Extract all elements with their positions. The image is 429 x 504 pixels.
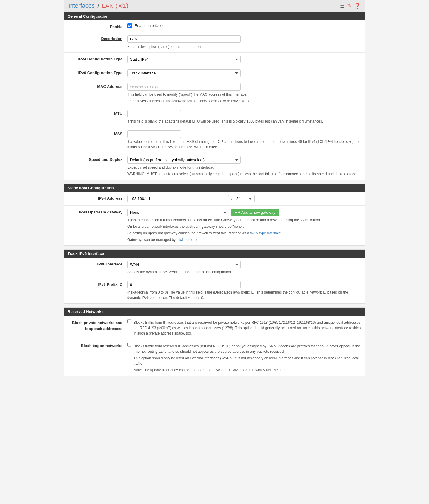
gateway-help2: On local area network interfaces the ups… (127, 224, 361, 229)
description-help: Enter a description (name) for the inter… (127, 44, 361, 49)
plus-icon: + (235, 210, 237, 215)
ipv4-config-type-row: IPv4 Configuration Type Static IPv4 None… (64, 53, 365, 66)
speed-duplex-content: Default (no preference, typically autose… (127, 156, 361, 177)
upstream-gateway-label: IPv4 Upstream gateway (68, 209, 127, 214)
speed-duplex-help2: WARNING: MUST be set to autoselect (auto… (127, 171, 361, 177)
mss-row: MSS If a value is entered in this field,… (64, 127, 365, 153)
mac-address-label: MAC Address (68, 83, 127, 89)
cidr-select[interactable]: 24 1234 5678 1632 (234, 195, 255, 202)
ipv4-address-input[interactable] (127, 195, 229, 202)
mtu-help: If this field is blank, the adapter's de… (127, 119, 361, 124)
ipv6-interface-content: WAN Selects the dynamic IPv6 WAN interfa… (127, 261, 361, 275)
ipv6-interface-select[interactable]: WAN (127, 261, 241, 268)
ipv6-config-type-row: IPv6 Configuration Type Track Interface … (64, 66, 365, 80)
mac-address-row: MAC Address This field can be used to mo… (64, 80, 365, 107)
cidr-slash: / (231, 196, 232, 201)
enable-content: Enable interface (127, 23, 361, 28)
interface-name: LAN (ixl1) (102, 2, 128, 9)
ipv6-prefix-id-input[interactable] (127, 281, 241, 288)
gateway-help4: Gateways can be managed by clicking here… (127, 237, 361, 242)
ipv6-config-type-label: IPv6 Configuration Type (68, 69, 127, 75)
gateway-help1: If this interface is an Internet connect… (127, 217, 361, 223)
mac-address-content: This field can be used to modify ("spoof… (127, 83, 361, 104)
block-private-label: Block private networks and loopback addr… (68, 319, 127, 332)
page-title: Interfaces / LAN (ixl1) (68, 2, 128, 9)
ipv6-prefix-id-row: IPv6 Prefix ID (hexadecimal from 0 to 0)… (64, 278, 365, 303)
breadcrumb-separator: / (97, 2, 99, 9)
speed-duplex-select[interactable]: Default (no preference, typically autose… (127, 156, 241, 164)
block-private-help: Blocks traffic from IP addresses that ar… (134, 320, 361, 336)
ipv4-config-type-content: Static IPv4 None DHCP PPPoE (127, 56, 361, 63)
ipv6-interface-label: IPv6 Interface (68, 261, 127, 266)
enable-label: Enable (68, 23, 127, 29)
header-icons: ☰ ✎ ❓ (340, 3, 361, 9)
breadcrumb-interfaces[interactable]: Interfaces (68, 2, 95, 9)
enable-checkbox-label: Enable interface (134, 23, 163, 28)
description-row: Description Enter a description (name) f… (64, 32, 365, 53)
track-ipv6-header: Track IPv6 Interface (64, 250, 365, 258)
ipv6-config-type-content: Track Interface None Static IPv6 DHCP6 6… (127, 69, 361, 77)
mtu-input[interactable] (127, 110, 181, 117)
block-bogon-help1: Blocks traffic from reserved IP addresse… (134, 343, 361, 354)
reserved-networks-header: Reserved Networks (64, 308, 365, 316)
wan-type-link[interactable]: WAN type interface (250, 231, 281, 235)
block-bogon-row: Block bogon networks Blocks traffic from… (64, 339, 365, 376)
block-private-row: Block private networks and loopback addr… (64, 316, 365, 339)
mss-input[interactable] (127, 130, 181, 138)
mss-label: MSS (68, 130, 127, 136)
description-label: Description (68, 35, 127, 41)
reserved-networks-section: Reserved Networks Block private networks… (64, 307, 365, 376)
mtu-row: MTU If this field is blank, the adapter'… (64, 107, 365, 127)
add-gateway-button[interactable]: + + Add a new gateway (231, 209, 279, 216)
list-icon[interactable]: ☰ (340, 3, 345, 9)
static-ipv4-section: Static IPv4 Configuration IPv4 Address /… (64, 184, 365, 246)
mac-address-input[interactable] (127, 83, 241, 91)
general-config-section: General Configuration Enable Enable inte… (64, 12, 365, 180)
speed-duplex-label: Speed and Duplex (68, 156, 127, 162)
gateway-help3: Selecting an upstream gateway causes the… (127, 230, 361, 236)
description-input[interactable] (127, 35, 241, 43)
block-bogon-help2: This option should only be used on exter… (134, 355, 361, 366)
mss-content: If a value is entered in this field, the… (127, 130, 361, 150)
ipv4-address-label: IPv4 Address (68, 195, 127, 201)
description-content: Enter a description (name) for the inter… (127, 35, 361, 49)
upstream-gateway-select[interactable]: None (127, 209, 229, 216)
ipv4-address-content: / 24 1234 5678 1632 (127, 195, 361, 202)
mss-help: If a value is entered in this field, the… (127, 139, 361, 150)
track-ipv6-section: Track IPv6 Interface IPv6 Interface WAN … (64, 249, 365, 304)
top-bar: Interfaces / LAN (ixl1) ☰ ✎ ❓ (64, 0, 365, 12)
ipv6-interface-help: Selects the dynamic IPv6 WAN interface t… (127, 269, 361, 275)
mac-help-1: This field can be used to modify ("spoof… (127, 92, 361, 97)
block-bogon-help3: Note: The update frequency can be change… (134, 367, 361, 373)
mtu-label: MTU (68, 110, 127, 116)
help-icon[interactable]: ❓ (354, 3, 361, 9)
ipv4-config-type-label: IPv4 Configuration Type (68, 56, 127, 61)
general-config-header: General Configuration (64, 12, 365, 20)
block-bogon-checkbox[interactable] (127, 342, 131, 347)
enable-row: Enable Enable interface (64, 20, 365, 32)
ipv6-interface-row: IPv6 Interface WAN Selects the dynamic I… (64, 258, 365, 278)
block-private-checkbox[interactable] (127, 319, 131, 323)
static-ipv4-header: Static IPv4 Configuration (64, 184, 365, 192)
ipv6-prefix-id-content: (hexadecimal from 0 to 0) The value in t… (127, 281, 361, 300)
upstream-gateway-content: None + + Add a new gateway If this inter… (127, 209, 361, 242)
ipv6-prefix-id-help: (hexadecimal from 0 to 0) The value in t… (127, 290, 361, 300)
ipv4-config-type-select[interactable]: Static IPv4 None DHCP PPPoE (127, 56, 241, 63)
ipv6-config-type-select[interactable]: Track Interface None Static IPv6 DHCP6 6… (127, 69, 241, 77)
block-private-content: Blocks traffic from IP addresses that ar… (127, 319, 361, 336)
block-bogon-label: Block bogon networks (68, 342, 127, 348)
ipv4-address-row: IPv4 Address / 24 1234 5678 1632 (64, 192, 365, 206)
speed-duplex-row: Speed and Duplex Default (no preference,… (64, 153, 365, 180)
clicking-here-link[interactable]: clicking here (177, 238, 197, 242)
chart-icon[interactable]: ✎ (347, 3, 352, 9)
mac-help-2: Enter a MAC address in the following for… (127, 98, 361, 104)
block-bogon-content: Blocks traffic from reserved IP addresse… (127, 342, 361, 373)
mtu-content: If this field is blank, the adapter's de… (127, 110, 361, 124)
speed-duplex-help1: Explicitly set speed and duplex mode for… (127, 165, 361, 170)
ipv6-prefix-id-label: IPv6 Prefix ID (68, 281, 127, 287)
upstream-gateway-row: IPv4 Upstream gateway None + + Add a new… (64, 206, 365, 245)
enable-checkbox[interactable] (127, 23, 132, 28)
